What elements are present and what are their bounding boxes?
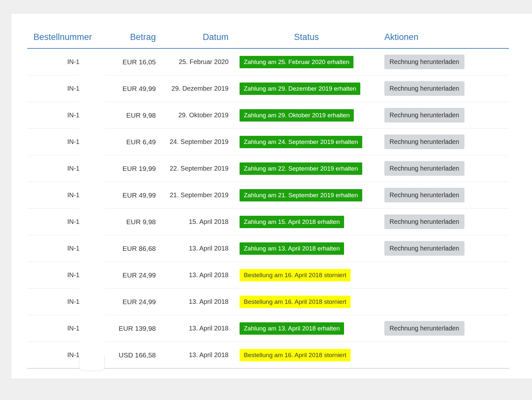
amount-cell: EUR 9,98 <box>104 218 156 226</box>
download-invoice-button[interactable]: Rechnung herunterladen <box>384 188 464 202</box>
table-header-row: Bestellnummer Betrag Datum Status Aktion… <box>27 14 509 49</box>
download-invoice-button[interactable]: Rechnung herunterladen <box>384 135 464 149</box>
date-cell: 15. April 2018 <box>156 218 229 226</box>
download-invoice-button[interactable]: Rechnung herunterladen <box>384 214 464 229</box>
date-cell: 25. Februar 2020 <box>156 58 229 66</box>
amount-cell: EUR 19,99 <box>104 165 156 173</box>
amount-cell: EUR 49,99 <box>104 85 156 93</box>
date-cell: 29. Dezember 2019 <box>156 85 229 92</box>
amount-cell: EUR 6,49 <box>104 138 156 146</box>
status-badge: Zahlung am 13. April 2018 erhalten <box>240 322 344 335</box>
amount-cell: EUR 86,68 <box>104 245 156 252</box>
column-header-status: Status <box>229 32 384 42</box>
date-cell: 13. April 2018 <box>156 245 229 252</box>
amount-cell: EUR 16,05 <box>104 58 156 66</box>
date-cell: 13. April 2018 <box>156 351 229 359</box>
status-badge: Zahlung am 29. Dezember 2019 erhalten <box>240 83 360 95</box>
redaction-overlay-bottom <box>79 355 105 371</box>
status-badge: Bestellung am 16. April 2018 storniert <box>240 349 351 361</box>
amount-cell: EUR 49,99 <box>104 191 156 199</box>
column-header-amount: Betrag <box>104 32 156 42</box>
amount-cell: EUR 9,98 <box>104 111 156 119</box>
download-invoice-button[interactable]: Rechnung herunterladen <box>384 108 464 123</box>
status-badge: Zahlung am 21. September 2019 erhalten <box>240 189 362 201</box>
status-badge: Zahlung am 24. September 2019 erhalten <box>240 136 362 148</box>
status-badge: Zahlung am 29. Oktober 2019 erhalten <box>240 109 354 122</box>
date-cell: 24. September 2019 <box>156 138 229 146</box>
date-cell: 13. April 2018 <box>156 325 229 332</box>
amount-cell: EUR 24,99 <box>104 271 156 279</box>
date-cell: 21. September 2019 <box>156 191 229 199</box>
status-badge: Zahlung am 13. April 2018 erhalten <box>240 242 344 255</box>
column-header-actions: Aktionen <box>384 32 509 42</box>
column-header-order-number: Bestellnummer <box>27 32 104 42</box>
date-cell: 13. April 2018 <box>156 271 229 279</box>
redaction-overlay <box>80 55 105 356</box>
date-cell: 22. September 2019 <box>156 165 229 172</box>
download-invoice-button[interactable]: Rechnung herunterladen <box>384 161 464 176</box>
date-cell: 29. Oktober 2019 <box>156 111 229 119</box>
amount-cell: USD 166,58 <box>104 351 156 359</box>
column-header-date: Datum <box>156 32 229 42</box>
amount-cell: EUR 24,99 <box>104 298 156 306</box>
download-invoice-button[interactable]: Rechnung herunterladen <box>384 55 464 69</box>
download-invoice-button[interactable]: Rechnung herunterladen <box>384 321 464 336</box>
download-invoice-button[interactable]: Rechnung herunterladen <box>384 81 464 96</box>
status-badge: Bestellung am 16. April 2018 storniert <box>240 296 351 308</box>
amount-cell: EUR 139,98 <box>104 325 156 332</box>
invoices-card: Bestellnummer Betrag Datum Status Aktion… <box>11 14 532 379</box>
status-badge: Zahlung am 25. Februar 2020 erhalten <box>240 56 353 68</box>
status-badge: Zahlung am 22. September 2019 erhalten <box>240 162 362 175</box>
download-invoice-button[interactable]: Rechnung herunterladen <box>384 241 464 256</box>
status-badge: Zahlung am 15. April 2018 erhalten <box>240 216 344 228</box>
date-cell: 13. April 2018 <box>156 298 229 305</box>
status-badge: Bestellung am 16. April 2018 storniert <box>240 269 351 281</box>
